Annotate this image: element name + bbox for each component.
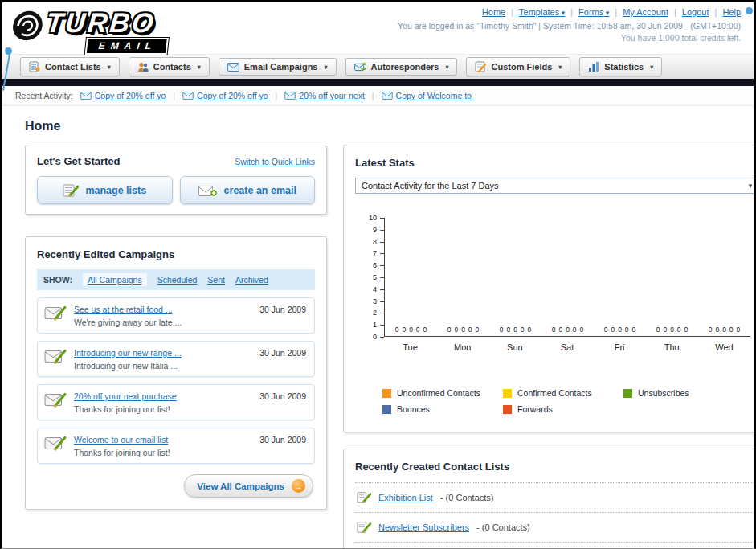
chart-value-label: 0 — [506, 326, 510, 334]
tab-contact-lists[interactable]: Contact Lists — [20, 57, 120, 76]
create-email-button[interactable]: create an email — [180, 176, 316, 204]
campaign-subtitle: We're giving away our late ... — [74, 318, 306, 327]
chart-value-label: 0 — [580, 326, 584, 334]
tab-email-campaigns[interactable]: Email Campaigns — [219, 58, 337, 76]
envelope-icon — [182, 92, 194, 100]
chart-value-label: 0 — [552, 326, 556, 334]
header-link-logout[interactable]: Logout — [682, 7, 709, 17]
header-link-home[interactable]: Home — [482, 7, 505, 17]
chart-value-label: 0 — [409, 326, 413, 334]
header-link-templates[interactable]: Templates — [519, 7, 565, 17]
contact-lists-icon — [29, 61, 40, 72]
switch-quick-links-link[interactable]: Switch to Quick Links — [235, 157, 315, 166]
campaign-envelope-pencil-icon — [44, 391, 67, 408]
chart-value-label: 0 — [395, 326, 399, 334]
y-axis-tick-label: 7 — [373, 249, 377, 257]
recent-activity-item[interactable]: 20% off your next — [284, 91, 365, 100]
header-link-forms[interactable]: Forms — [578, 7, 609, 17]
y-axis-tick-label: 3 — [373, 297, 377, 305]
envelope-icon — [382, 92, 393, 100]
pencil-list-icon — [63, 184, 79, 197]
pencil-list-icon — [357, 521, 371, 534]
header-right: Home Templates Forms My Account Logout H… — [398, 7, 741, 43]
chart-value-label: 0 — [558, 326, 562, 334]
chart-value-label: 0 — [416, 326, 420, 334]
chart-y-axis: 012345678910 — [362, 218, 384, 337]
contact-list-row[interactable]: Exhibition List - (0 Contacts) — [355, 483, 756, 513]
filter-all-campaigns[interactable]: All Campaigns — [83, 273, 147, 286]
view-all-campaigns-button[interactable]: View All Campaigns — [184, 474, 313, 498]
corner-dot — [746, 7, 753, 14]
header-link-help[interactable]: Help — [722, 7, 741, 17]
tab-custom-fields[interactable]: Custom Fields — [466, 57, 570, 76]
envelope-icon — [227, 63, 239, 72]
chart-value-label: 0 — [468, 326, 472, 334]
chart-value-label: 0 — [684, 326, 689, 334]
view-all-campaigns-label: View All Campaigns — [197, 481, 284, 491]
turbo-email-logo: TURBO EMAIL — [8, 6, 206, 52]
legend-entry: Unsubscribes — [623, 388, 744, 398]
chart-value-label: 0 — [656, 326, 660, 334]
campaign-envelope-pencil-icon — [44, 347, 67, 365]
statistics-icon — [588, 61, 599, 72]
create-email-label: create an email — [224, 185, 296, 196]
chart-value-label: 0 — [461, 326, 465, 334]
campaign-envelope-pencil-icon — [44, 434, 67, 452]
envelope-icon — [80, 92, 92, 100]
y-axis-tick-label: 0 — [373, 333, 377, 341]
recent-activity-bar: Recent Activity: Copy of 20% off yo Copy… — [2, 86, 754, 106]
contact-list-link[interactable]: Exhibition List — [378, 493, 433, 502]
tab-contacts[interactable]: Contacts — [129, 57, 210, 76]
campaign-envelope-pencil-icon — [44, 304, 67, 322]
chart-value-label: 0 — [670, 326, 674, 334]
manage-lists-button[interactable]: manage lists — [37, 176, 173, 204]
contact-list-row[interactable]: Newsletter Subscribers - (0 Contacts) — [355, 513, 756, 543]
chart-value-label: 0 — [632, 326, 636, 334]
legend-entry: Confirmed Contacts — [503, 388, 623, 398]
chart-value-label: 0 — [573, 326, 577, 334]
chart-value-label: 0 — [447, 326, 452, 334]
stats-period-dropdown[interactable]: Contact Activity for the Last 7 Days — [355, 178, 756, 194]
contact-list-link[interactable]: Newsletter Subscribers — [378, 522, 469, 532]
get-started-title: Let's Get Started — [37, 155, 121, 167]
app-window: TURBO EMAIL Home Templates Forms My Acco… — [0, 0, 756, 549]
recent-activity-item[interactable]: Copy of Welcome to — [382, 91, 472, 100]
filter-sent[interactable]: Sent — [207, 275, 225, 285]
x-axis-label: Sat — [541, 342, 593, 352]
recent-activity-item[interactable]: Copy of 20% off yo — [80, 91, 166, 100]
page-title: Home — [25, 119, 731, 133]
x-axis-label: Sun — [488, 342, 541, 352]
y-axis-tick-label: 9 — [373, 226, 377, 234]
campaign-row[interactable]: Introducing our new range ... Introducin… — [37, 341, 315, 377]
y-axis-tick-label: 2 — [373, 309, 377, 317]
chart-value-label: 0 — [715, 326, 719, 334]
campaign-filter-bar: SHOW: All Campaigns Scheduled Sent Archi… — [37, 269, 315, 290]
chart-value-label: 0 — [709, 326, 713, 334]
chart-plot-area: 00000000000000000000000000000000000 — [384, 218, 750, 337]
chart-value-label: 0 — [476, 326, 480, 334]
campaign-row[interactable]: 20% off your next purchase Thanks for jo… — [37, 384, 315, 420]
tab-autoresponders[interactable]: Autoresponders — [345, 58, 458, 76]
left-column: Let's Get Started Switch to Quick Links … — [25, 145, 327, 510]
tab-label: Contact Lists — [45, 62, 101, 72]
filter-archived[interactable]: Archived — [235, 275, 268, 285]
legend-label: Unconfirmed Contacts — [397, 388, 480, 398]
chart-value-label: 0 — [566, 326, 570, 334]
campaign-row[interactable]: Welcome to our email list Thanks for joi… — [37, 428, 315, 464]
recent-activity-item[interactable]: Copy of 20% off yo — [182, 91, 268, 100]
tab-statistics[interactable]: Statistics — [579, 57, 662, 76]
campaign-date: 30 Jun 2009 — [259, 348, 306, 358]
tab-label: Email Campaigns — [244, 62, 318, 72]
header-link-my-account[interactable]: My Account — [623, 7, 668, 17]
legend-label: Confirmed Contacts — [517, 388, 592, 398]
campaign-row[interactable]: See us at the retail food ... We're givi… — [37, 297, 315, 334]
filter-scheduled[interactable]: Scheduled — [157, 275, 198, 285]
latest-stats-panel: Latest Stats Contact Activity for the La… — [343, 145, 756, 432]
top-header: TURBO EMAIL Home Templates Forms My Acco… — [2, 2, 754, 54]
y-axis-tick-label: 4 — [373, 285, 377, 293]
tab-label: Custom Fields — [491, 62, 552, 72]
campaign-subtitle: Thanks for joining our list! — [74, 448, 306, 457]
separator — [715, 7, 717, 17]
y-axis-tick-mark — [380, 337, 384, 338]
campaign-subtitle: Introducing our new Italia ... — [74, 361, 306, 371]
